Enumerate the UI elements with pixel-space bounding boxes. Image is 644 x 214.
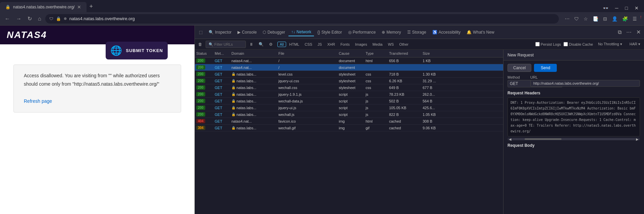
table-row[interactable]: 200 GET 🔒natas.labs... jquery-ui.css sty… — [195, 78, 503, 84]
table-row[interactable]: 200 GET 🔒natas.labs... jquery-1.9.1.js s… — [195, 91, 503, 98]
cell-method: GET — [213, 64, 230, 71]
address-bar-wrap[interactable]: 🛡 🔒 ⊕ — [45, 14, 559, 24]
filter-other[interactable]: Other — [397, 42, 411, 47]
menu-btn[interactable]: ☰ — [631, 15, 638, 23]
tab-accessibility[interactable]: ♿ Accessibility — [430, 29, 463, 36]
filter-input[interactable] — [206, 41, 246, 48]
table-row[interactable]: 200 GET 🔒natas.labs... level.css stylesh… — [195, 71, 503, 78]
filter-css[interactable]: CSS — [302, 42, 315, 47]
new-request-form: Cancel Send Method URL Request Head — [503, 60, 644, 151]
tab-console[interactable]: ▶ Console — [235, 29, 259, 36]
col-domain[interactable]: Domain — [230, 51, 277, 56]
filter-ws[interactable]: WS — [385, 42, 396, 47]
scroll-right-btn[interactable]: ▶ — [636, 137, 639, 141]
col-file[interactable]: File — [277, 51, 337, 56]
persist-logs-checkbox[interactable] — [535, 42, 540, 46]
forward-btn[interactable]: → — [14, 14, 23, 23]
cell-cause: img — [337, 125, 364, 131]
glasses-icon[interactable]: 👓 — [600, 4, 611, 12]
request-headers-content[interactable]: DNT: 1 Proxy-Authorization: Bearer eyJhb… — [507, 97, 640, 136]
col-type[interactable]: Type — [364, 51, 388, 56]
filter-fonts[interactable]: Fonts — [338, 42, 352, 47]
tab-network[interactable]: ↑↓ Network — [288, 28, 314, 36]
table-row[interactable]: 404 GET natas4.nat... favicon.ico img ht… — [195, 118, 503, 125]
filter-js[interactable]: JS — [315, 42, 324, 47]
table-row[interactable]: 200 GET natas4.nat... / document html 65… — [195, 57, 503, 64]
request-headers-scrollbar[interactable]: ◀ ▶ — [507, 138, 640, 140]
search-btn[interactable]: 🔍 — [257, 41, 266, 48]
tab-style-editor[interactable]: {} Style Editor — [315, 29, 344, 36]
table-row[interactable]: 304 GET 🔒natas.labs... wechall.gif img g… — [195, 125, 503, 131]
close-btn[interactable]: ✕ — [632, 4, 641, 12]
filter-xhr[interactable]: XHR — [325, 42, 337, 47]
persist-logs-label[interactable]: Persist Logs — [535, 42, 561, 46]
har-btn[interactable]: HAR ▾ — [627, 41, 643, 47]
tab-debugger[interactable]: ⬡ Debugger — [260, 29, 288, 36]
disable-cache-checkbox[interactable] — [564, 42, 568, 46]
maximize-btn[interactable]: □ — [623, 4, 631, 12]
cell-type: js — [364, 98, 388, 104]
network-rows: 200 GET natas4.nat... / document html 65… — [195, 57, 503, 214]
filter-media[interactable]: Media — [370, 42, 385, 47]
bookmark-btn[interactable]: ⋯ — [564, 15, 571, 23]
tab-inspector[interactable]: 🔍 Inspector — [206, 29, 234, 36]
clear-btn[interactable]: 🗑 — [196, 41, 204, 48]
throttle-btn[interactable]: No Throttling ▾ — [596, 41, 625, 47]
filter-images[interactable]: Images — [353, 42, 369, 47]
col-size[interactable]: Size — [421, 51, 445, 56]
cell-size — [421, 64, 445, 71]
col-status[interactable]: Status — [195, 51, 213, 56]
table-row[interactable]: 200 GET 🔒natas.labs... wechall.css style… — [195, 84, 503, 91]
col-cause[interactable]: Cause — [337, 51, 364, 56]
cell-file: / — [277, 57, 337, 64]
scroll-left-btn[interactable]: ◀ — [509, 137, 512, 141]
devtools-close-btn[interactable]: ✕ — [634, 28, 643, 36]
table-row[interactable]: 200 GET 🔒natas.labs... wechall.js script… — [195, 111, 503, 118]
cancel-request-btn[interactable]: Cancel — [507, 64, 531, 72]
tab-whats-new[interactable]: 🔔 What's New — [464, 29, 497, 36]
col-method[interactable]: Met... — [213, 51, 230, 56]
refresh-link[interactable]: Refresh page — [24, 98, 52, 104]
col-transferred[interactable]: Transferred — [388, 51, 421, 56]
devtools-pick-btn[interactable]: ⬚ — [196, 29, 205, 36]
pause-btn[interactable]: ⏸ — [247, 41, 255, 48]
table-row[interactable]: 200 GET natas4.nat... / document — [195, 64, 503, 71]
active-tab[interactable]: 🔒 natas4.natas.labs.overthewire.org/ ✕ — [0, 2, 87, 12]
at-icon: ⊕ — [64, 16, 67, 21]
tab-performance[interactable]: ◎ Performance — [345, 29, 379, 36]
filter-html[interactable]: HTML — [287, 42, 302, 47]
back-btn[interactable]: ← — [3, 14, 12, 23]
star-btn[interactable]: ☆ — [582, 15, 589, 23]
new-tab-btn[interactable]: + — [87, 1, 96, 12]
tab-bar: 🔒 natas4.natas.labs.overthewire.org/ ✕ +… — [0, 0, 644, 12]
submit-token-btn[interactable]: 🌐 SUBMIT TOKEN — [106, 42, 168, 59]
minimize-btn[interactable]: ─ — [612, 4, 621, 12]
disable-cache-label[interactable]: Disable Cache — [564, 42, 593, 46]
home-btn[interactable]: ⌂ — [36, 14, 43, 23]
tab-storage[interactable]: ☰ Storage — [405, 29, 429, 36]
send-request-btn[interactable]: Send — [534, 64, 557, 72]
filter-all[interactable]: All — [277, 42, 286, 47]
window-controls: 👓 ─ □ ✕ — [600, 4, 644, 12]
accessibility-label: Accessibility — [439, 30, 461, 35]
addon-btn[interactable]: 🧩 — [621, 15, 629, 23]
table-row[interactable]: 200 GET 🔒natas.labs... wechall-data.js s… — [195, 98, 503, 104]
tab-memory[interactable]: ⊕ Memory — [379, 29, 404, 36]
tab-sync-btn[interactable]: 📑 — [591, 15, 600, 23]
refresh-btn[interactable]: ↻ — [25, 14, 34, 23]
table-row[interactable]: 200 GET 🔒natas.labs... jquery-ui.js scri… — [195, 104, 503, 111]
request-action-btns: Cancel Send — [507, 64, 640, 72]
devtools-popout-btn[interactable]: ⧉ — [616, 29, 624, 36]
cell-method: GET — [213, 84, 230, 91]
cell-file: wechall.gif — [277, 125, 337, 131]
account-btn[interactable]: 👤 — [610, 15, 619, 23]
reader-view-btn[interactable]: ⊟ — [602, 15, 608, 23]
settings-btn[interactable]: ⚙ — [267, 41, 275, 48]
devtools-more-btn[interactable]: ⋯ — [624, 28, 634, 36]
cell-method: GET — [213, 91, 230, 97]
url-input[interactable] — [530, 80, 640, 87]
submit-token-label: SUBMIT TOKEN — [126, 48, 163, 53]
address-input[interactable] — [69, 16, 555, 21]
extensions-shield-btn[interactable]: 🛡 — [573, 15, 580, 23]
tab-close-btn[interactable]: ✕ — [77, 4, 81, 10]
